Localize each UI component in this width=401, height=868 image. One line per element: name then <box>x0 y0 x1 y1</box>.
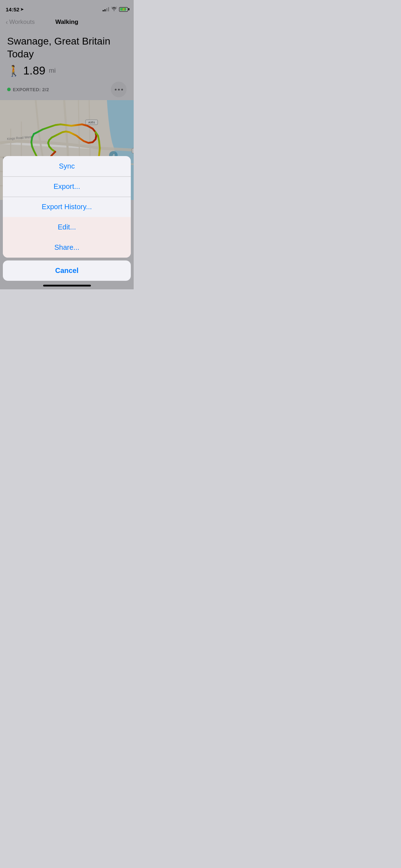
action-sheet-main: Sync Export... Export History... Edit...… <box>3 156 131 258</box>
edit-button[interactable]: Edit... <box>3 217 131 237</box>
action-sheet: Sync Export... Export History... Edit...… <box>0 156 134 289</box>
export-history-button[interactable]: Export History... <box>3 197 131 217</box>
cancel-button[interactable]: Cancel <box>3 260 131 281</box>
share-button[interactable]: Share... <box>3 237 131 258</box>
sync-button[interactable]: Sync <box>3 156 131 176</box>
export-button[interactable]: Export... <box>3 176 131 197</box>
